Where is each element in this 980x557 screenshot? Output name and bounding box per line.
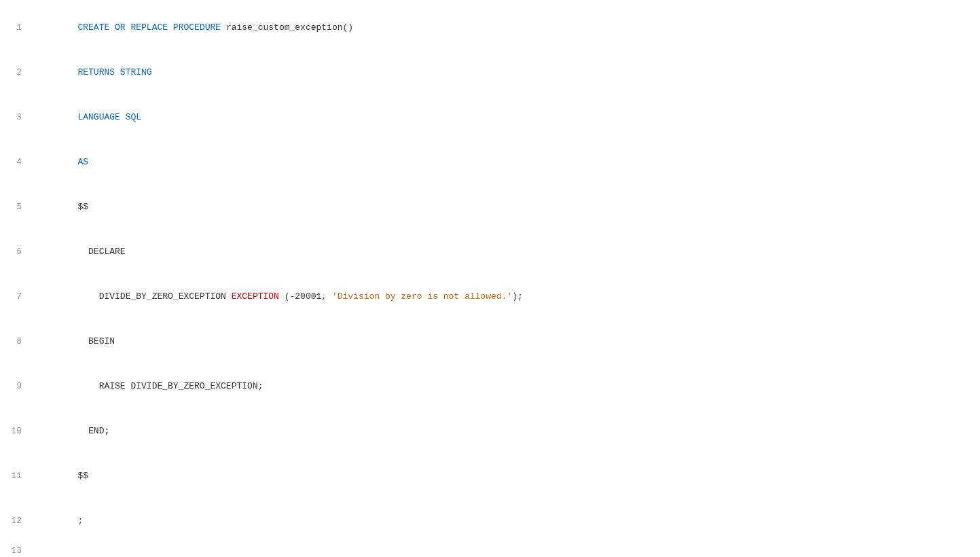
code-line: 3 LANGUAGE SQL xyxy=(0,95,980,140)
code-line: 9 RAISE DIVIDE_BY_ZERO_EXCEPTION; xyxy=(0,364,980,409)
code-line: 2 RETURNS STRING xyxy=(0,50,980,95)
code-line: 12 ; xyxy=(0,499,980,543)
code-lines: 1 CREATE OR REPLACE PROCEDURE raise_cust… xyxy=(0,0,980,557)
code-line: 11 $$ xyxy=(0,454,980,499)
code-line: 6 DECLARE xyxy=(0,230,980,274)
code-line: 5 $$ xyxy=(0,185,980,230)
code-line: 13 xyxy=(0,543,980,557)
code-editor: 1 CREATE OR REPLACE PROCEDURE raise_cust… xyxy=(0,0,980,557)
code-line: 4 AS xyxy=(0,140,980,185)
code-line: 8 BEGIN xyxy=(0,319,980,364)
code-line: 1 CREATE OR REPLACE PROCEDURE raise_cust… xyxy=(0,5,980,50)
code-line: 7 DIVIDE_BY_ZERO_EXCEPTION EXCEPTION (-2… xyxy=(0,274,980,319)
code-line: 10 END; xyxy=(0,409,980,454)
